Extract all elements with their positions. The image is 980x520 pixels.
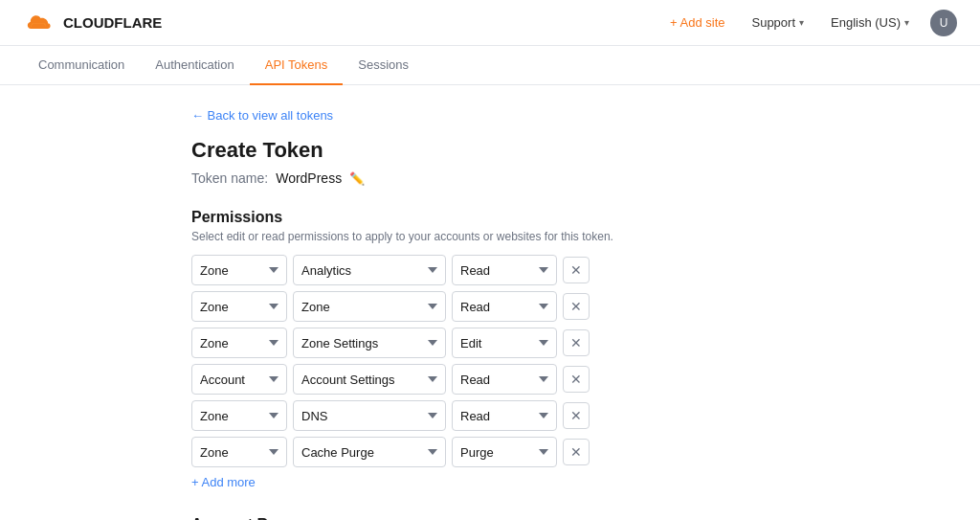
permission-row: ZoneAccount Analytics ReadEdit ✕ <box>191 255 957 285</box>
delete-permission-button-2[interactable]: ✕ <box>563 293 590 320</box>
permission-type-select-6[interactable]: ZoneAccount <box>191 437 287 467</box>
tab-sessions[interactable]: Sessions <box>343 46 424 85</box>
cloudflare-text: CLOUDFLARE <box>63 14 162 31</box>
permission-level-select-6[interactable]: PurgeRead <box>452 437 557 467</box>
page-title: Create Token <box>191 138 957 163</box>
delete-permission-button-1[interactable]: ✕ <box>563 257 590 283</box>
nav-tabs: Communication Authentication API Tokens … <box>0 46 980 85</box>
permission-level-select-5[interactable]: ReadEdit <box>452 400 557 431</box>
language-chevron-icon: ▾ <box>904 17 909 28</box>
delete-permission-button-5[interactable]: ✕ <box>563 402 590 429</box>
tab-api-tokens[interactable]: API Tokens <box>250 46 344 85</box>
edit-token-name-icon[interactable]: ✏️ <box>349 171 365 186</box>
back-link[interactable]: ← Back to view all tokens <box>191 108 957 123</box>
permission-level-select-1[interactable]: ReadEdit <box>452 255 557 285</box>
permission-row: ZoneAccount Cache Purge PurgeRead ✕ <box>191 437 957 467</box>
avatar[interactable]: U <box>930 10 957 36</box>
main-content: ← Back to view all tokens Create Token T… <box>0 85 980 520</box>
permissions-grid: ZoneAccount Analytics ReadEdit ✕ ZoneAcc… <box>191 255 957 467</box>
permissions-add-more-link[interactable]: + Add more <box>191 475 957 489</box>
token-name-row: Token name: WordPress ✏️ <box>191 170 957 186</box>
tab-authentication[interactable]: Authentication <box>140 46 249 85</box>
permission-type-select-4[interactable]: AccountZone <box>191 364 287 395</box>
permission-resource-select-3[interactable]: Zone Settings <box>293 328 446 358</box>
header-right: + Add site Support ▾ English (US) ▾ U <box>664 10 957 36</box>
permission-level-select-3[interactable]: EditRead <box>452 328 557 358</box>
permissions-desc: Select edit or read permissions to apply… <box>191 230 957 243</box>
permission-type-select-2[interactable]: ZoneAccount <box>191 291 287 322</box>
support-button[interactable]: Support ▾ <box>746 11 810 34</box>
permissions-section: Permissions Select edit or read permissi… <box>191 209 957 489</box>
permissions-title: Permissions <box>191 209 957 226</box>
permission-type-select-3[interactable]: ZoneAccount <box>191 328 287 358</box>
permission-resource-select-2[interactable]: Zone <box>293 291 446 322</box>
permission-row: ZoneAccount Zone ReadEdit ✕ <box>191 291 957 322</box>
permission-type-select-1[interactable]: ZoneAccount <box>191 255 287 285</box>
permission-resource-select-5[interactable]: DNS <box>293 400 446 431</box>
delete-permission-button-3[interactable]: ✕ <box>563 329 590 356</box>
permission-level-select-4[interactable]: ReadEdit <box>452 364 557 395</box>
permission-row: ZoneAccount Zone Settings EditRead ✕ <box>191 328 957 358</box>
add-site-button[interactable]: + Add site <box>664 11 730 34</box>
permission-resource-select-4[interactable]: Account Settings <box>293 364 446 395</box>
token-name-value: WordPress <box>276 170 342 186</box>
header-left: CLOUDFLARE <box>23 11 162 34</box>
delete-permission-button-4[interactable]: ✕ <box>563 366 590 393</box>
delete-permission-button-6[interactable]: ✕ <box>563 439 590 465</box>
permission-resource-select-1[interactable]: Analytics <box>293 255 446 285</box>
permission-level-select-2[interactable]: ReadEdit <box>452 291 557 322</box>
permission-type-select-5[interactable]: ZoneAccount <box>191 400 287 431</box>
token-name-label: Token name: <box>191 170 268 186</box>
cloudflare-logo: CLOUDFLARE <box>23 11 162 34</box>
account-resources-section: Account Resources Select accounts to inc… <box>191 516 957 520</box>
cloudflare-logo-icon <box>23 11 57 34</box>
account-resources-title: Account Resources <box>191 516 957 520</box>
permission-row: ZoneAccount DNS ReadEdit ✕ <box>191 400 957 431</box>
permission-row: AccountZone Account Settings ReadEdit ✕ <box>191 364 957 395</box>
permission-resource-select-6[interactable]: Cache Purge <box>293 437 446 467</box>
main-header: CLOUDFLARE + Add site Support ▾ English … <box>0 0 980 46</box>
tab-communication[interactable]: Communication <box>23 46 140 85</box>
language-button[interactable]: English (US) ▾ <box>825 11 915 34</box>
support-chevron-icon: ▾ <box>799 17 804 28</box>
